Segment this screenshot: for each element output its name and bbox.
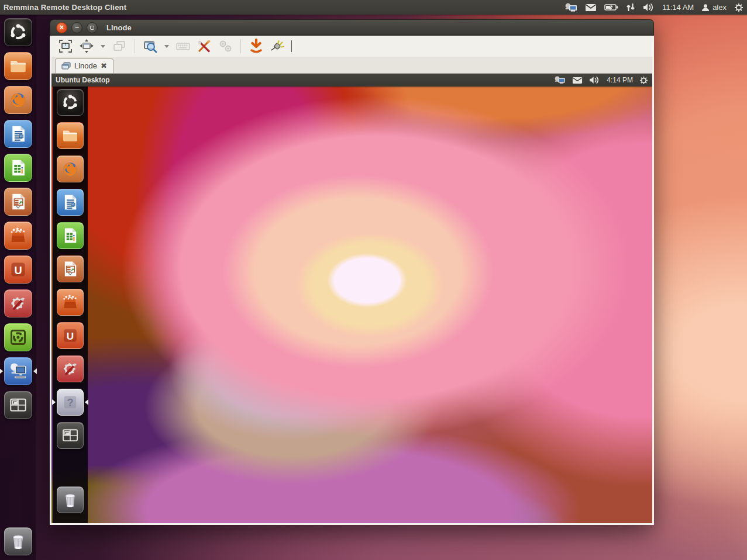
- launcher-item-system-settings[interactable]: [4, 289, 32, 317]
- clock-label: 11:14 AM: [662, 3, 694, 12]
- tab-bar: Linode ✖: [51, 57, 652, 74]
- ubuntu-dash-icon: [4, 18, 32, 46]
- user-menu[interactable]: alex: [701, 3, 727, 12]
- launcher-item-libreoffice-calc[interactable]: [4, 154, 32, 182]
- window-body: Linode ✖ Ubuntu Desktop: [50, 36, 654, 525]
- remote-launcher-item-libreoffice-impress[interactable]: [57, 255, 84, 282]
- toolbar-button-duplicate: [110, 37, 129, 55]
- remote-launcher-item-ubuntu-one[interactable]: U: [57, 322, 84, 349]
- remote-clock-label: 4:14 PM: [607, 76, 633, 84]
- remote-session-gear-icon[interactable]: [639, 76, 648, 85]
- remmina-toolbar: [51, 36, 652, 57]
- firefox-icon: [57, 155, 84, 182]
- remmina-icon: [4, 357, 32, 385]
- launcher-item-trash[interactable]: [4, 527, 32, 555]
- top-panel: Remmina Remote Desktop Client 11:14 AM: [0, 0, 747, 15]
- remote-system-tray: 4:14 PM: [554, 76, 648, 85]
- toolbar-button-disconnect[interactable]: [268, 37, 287, 55]
- volume-indicator-icon[interactable]: [589, 76, 600, 84]
- launcher-item-software-updater[interactable]: [4, 323, 32, 351]
- tab-label: Linode: [74, 61, 97, 70]
- toolbar-button-tools[interactable]: [195, 37, 214, 55]
- volume-indicator-icon[interactable]: [643, 3, 655, 12]
- system-settings-icon: [57, 355, 84, 382]
- focused-indicator: [85, 399, 88, 405]
- remote-launcher-item-software-center[interactable]: [57, 289, 84, 316]
- running-indicator: [0, 368, 3, 374]
- remote-desktop-view[interactable]: Ubuntu Desktop: [51, 74, 652, 523]
- launcher-item-remmina[interactable]: [4, 357, 32, 385]
- libreoffice-calc-icon: [57, 222, 84, 249]
- remote-launcher-item-firefox[interactable]: [57, 155, 84, 182]
- launcher-item-libreoffice-writer[interactable]: [4, 120, 32, 148]
- remote-launcher-item-libreoffice-calc[interactable]: [57, 222, 84, 249]
- libreoffice-writer-icon: [57, 189, 84, 216]
- mail-indicator-icon[interactable]: [585, 4, 597, 12]
- tab-close-icon[interactable]: ✖: [101, 62, 107, 70]
- svg-text:U: U: [67, 330, 74, 342]
- close-button[interactable]: ×: [56, 22, 67, 33]
- remote-desktop-indicator-icon[interactable]: [564, 3, 577, 12]
- remote-panel-title: Ubuntu Desktop: [56, 76, 110, 84]
- unity-launcher: U: [0, 15, 36, 560]
- toolbar-button-grab-input[interactable]: [247, 37, 266, 55]
- network-indicator-icon[interactable]: [626, 3, 635, 12]
- software-updater-icon: [4, 323, 32, 351]
- launcher-item-ubuntu-dash[interactable]: [4, 18, 32, 46]
- remote-launcher-item-files[interactable]: [57, 122, 84, 149]
- toolbar-caret-zoom-window[interactable]: [164, 45, 169, 48]
- toolbar-button-keyboard: [174, 37, 192, 55]
- toolbar-cursor: [291, 40, 292, 52]
- trash-icon: [57, 486, 84, 513]
- window-title: Linode: [106, 23, 132, 32]
- toolbar-button-zoom-window[interactable]: [141, 37, 160, 55]
- remote-desktop-indicator-icon[interactable]: [554, 76, 566, 84]
- software-center-icon: [4, 222, 32, 250]
- focused-indicator: [33, 368, 37, 374]
- software-center-icon: [57, 289, 84, 316]
- launcher-item-libreoffice-impress[interactable]: [4, 188, 32, 216]
- remote-launcher-item-unknown-app[interactable]: ?: [57, 389, 84, 416]
- minimize-button[interactable]: −: [71, 22, 82, 33]
- battery-indicator-icon[interactable]: [604, 4, 618, 11]
- svg-text:?: ?: [67, 396, 73, 409]
- toolbar-button-scale[interactable]: [77, 37, 96, 55]
- workspace-switcher-icon: [4, 391, 32, 419]
- remote-launcher-item-system-settings[interactable]: [57, 355, 84, 382]
- toolbar-button-fullscreen[interactable]: [56, 37, 75, 55]
- toolbar-separator: [135, 39, 135, 53]
- screen: Remmina Remote Desktop Client 11:14 AM: [0, 0, 747, 560]
- remote-launcher-item-trash[interactable]: [57, 486, 84, 513]
- tab-linode[interactable]: Linode ✖: [55, 58, 113, 73]
- user-name-label: alex: [712, 3, 727, 12]
- window-titlebar[interactable]: × − Linode: [50, 19, 654, 36]
- remote-clock-indicator[interactable]: 4:14 PM: [607, 76, 633, 84]
- remote-launcher-item-workspace-switcher[interactable]: [57, 422, 84, 449]
- toolbar-caret-scale[interactable]: [101, 45, 105, 48]
- files-icon: [4, 52, 32, 80]
- system-settings-icon: [4, 289, 32, 317]
- launcher-item-firefox[interactable]: [4, 86, 32, 114]
- clock-indicator[interactable]: 11:14 AM: [662, 3, 694, 12]
- remote-unity-launcher: U?: [53, 87, 88, 523]
- remmina-window: × − Linode Linode ✖: [50, 19, 654, 525]
- libreoffice-impress-icon: [57, 255, 84, 282]
- ubuntu-dash-icon: [57, 89, 84, 116]
- maximize-button[interactable]: [87, 22, 98, 33]
- remote-top-panel: Ubuntu Desktop: [51, 74, 652, 87]
- remote-launcher-item-ubuntu-dash[interactable]: [57, 89, 84, 116]
- ubuntu-one-icon: U: [4, 255, 32, 284]
- session-gear-icon[interactable]: [734, 3, 743, 12]
- ubuntu-one-icon: U: [57, 322, 84, 349]
- launcher-item-files[interactable]: [4, 52, 32, 80]
- libreoffice-calc-icon: [4, 154, 32, 182]
- system-tray: 11:14 AM alex: [564, 3, 743, 12]
- workspace-switcher-icon: [57, 422, 84, 449]
- remote-launcher-item-libreoffice-writer[interactable]: [57, 189, 84, 216]
- launcher-item-workspace-switcher[interactable]: [4, 391, 32, 419]
- launcher-item-software-center[interactable]: [4, 222, 32, 250]
- mail-indicator-icon[interactable]: [572, 77, 583, 84]
- libreoffice-writer-icon: [4, 120, 32, 148]
- running-indicator: [52, 399, 56, 405]
- launcher-item-ubuntu-one[interactable]: U: [4, 255, 32, 284]
